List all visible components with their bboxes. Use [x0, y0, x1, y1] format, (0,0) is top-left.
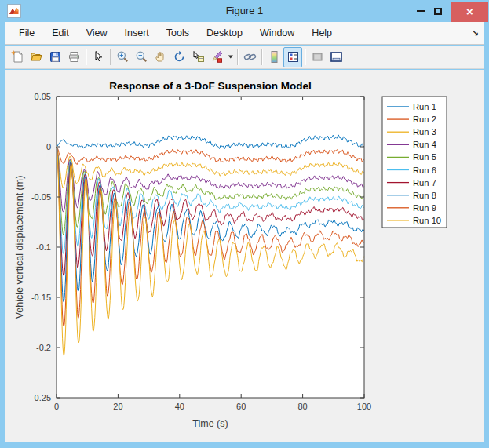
menu-insert[interactable]: Insert — [116, 22, 158, 44]
save-figure-icon[interactable] — [46, 47, 64, 67]
menu-window[interactable]: Window — [251, 22, 303, 44]
y-tick-label: 0 — [46, 142, 51, 151]
menu-tools[interactable]: Tools — [158, 22, 198, 44]
show-plot-tools-dock-icon[interactable] — [327, 47, 345, 67]
menu-desktop[interactable]: Desktop — [198, 22, 251, 44]
legend-entry-label: Run 3 — [413, 127, 436, 137]
legend-entry-label: Run 6 — [413, 166, 436, 175]
rotate-3d-icon[interactable] — [170, 47, 188, 67]
close-button[interactable]: × — [451, 2, 488, 22]
legend-entry-label: Run 5 — [413, 152, 436, 162]
x-tick-label: 20 — [113, 402, 122, 411]
legend-entry-label: Run 8 — [413, 191, 436, 200]
pan-hand-icon[interactable] — [151, 47, 170, 67]
legend-entry-label: Run 10 — [413, 216, 441, 225]
x-tick-label: 100 — [357, 402, 371, 411]
y-tick-label: -0.15 — [31, 293, 51, 302]
menu-edit[interactable]: Edit — [43, 22, 78, 44]
open-file-icon[interactable] — [27, 47, 46, 67]
x-axis-label: Time (s) — [192, 418, 228, 429]
zoom-out-icon[interactable] — [132, 47, 151, 67]
y-axis-label: Vehicle vertical displacement (m) — [14, 176, 25, 319]
y-tick-label: -0.25 — [31, 393, 51, 402]
figure-toolbar — [5, 46, 484, 69]
maximize-button[interactable] — [429, 2, 447, 20]
x-tick-label: 60 — [236, 402, 246, 411]
titlebar[interactable]: Figure 1 × — [0, 0, 489, 22]
dock-arrow-icon[interactable]: ↘ — [472, 22, 479, 44]
y-tick-label: 0.05 — [35, 92, 51, 101]
link-plot-icon[interactable] — [240, 47, 259, 67]
minimize-button[interactable] — [412, 2, 429, 20]
x-tick-label: 80 — [297, 402, 307, 411]
legend-entry-label: Run 2 — [413, 115, 436, 124]
zoom-in-icon[interactable] — [113, 47, 132, 67]
menubar: File Edit View Insert Tools Desktop Wind… — [5, 22, 484, 45]
y-tick-label: -0.1 — [36, 242, 51, 252]
insert-legend-icon[interactable] — [283, 47, 302, 67]
y-tick-label: -0.2 — [36, 343, 51, 352]
figure-canvas: Response of a 3-DoF Suspension Model Tim… — [5, 70, 484, 442]
legend-entry-label: Run 7 — [413, 178, 436, 188]
legend-entry-label: Run 9 — [413, 203, 436, 213]
axes-plot[interactable]: Response of a 3-DoF Suspension Model Tim… — [5, 70, 484, 442]
legend-entry-label: Run 1 — [413, 102, 436, 111]
brush-dropdown-icon[interactable] — [226, 47, 235, 67]
menu-help[interactable]: Help — [303, 22, 341, 44]
menu-file[interactable]: File — [10, 22, 43, 44]
legend-entry-label: Run 4 — [413, 140, 436, 149]
menu-view[interactable]: View — [78, 22, 116, 44]
legend[interactable]: Run 1Run 2Run 3Run 4Run 5Run 6Run 7Run 8… — [382, 97, 447, 228]
edit-plot-pointer-icon[interactable] — [89, 47, 108, 67]
brush-icon[interactable] — [207, 47, 226, 67]
insert-colorbar-icon[interactable] — [265, 47, 283, 67]
hide-plot-tools-icon[interactable] — [308, 47, 327, 67]
x-tick-label: 40 — [175, 402, 184, 411]
figure-window: Figure 1 × File Edit View Insert Tools D… — [0, 0, 489, 448]
x-tick-label: 0 — [54, 402, 59, 411]
plot-title: Response of a 3-DoF Suspension Model — [109, 80, 311, 92]
new-figure-icon[interactable] — [8, 47, 27, 67]
data-cursor-icon[interactable] — [188, 47, 207, 67]
y-tick-label: -0.05 — [31, 192, 51, 202]
print-figure-icon[interactable] — [64, 47, 83, 67]
